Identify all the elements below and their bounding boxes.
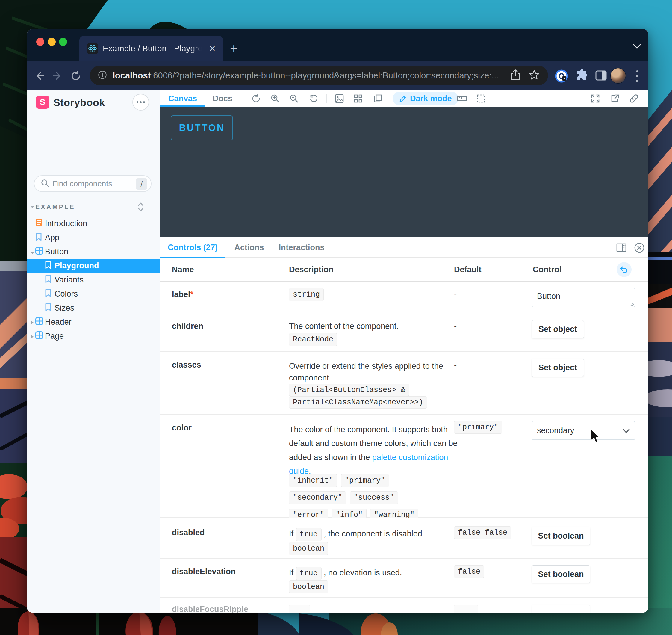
collapse-expand-all-icon[interactable] bbox=[137, 202, 144, 214]
storybook-brand[interactable]: Storybook bbox=[53, 97, 105, 108]
label-text-input[interactable]: Button bbox=[532, 288, 635, 307]
remount-refresh-icon[interactable] bbox=[249, 92, 263, 105]
collapsed-caret-icon[interactable] bbox=[29, 332, 35, 341]
copy-link-icon[interactable] bbox=[627, 92, 641, 105]
tab-canvas[interactable]: Canvas bbox=[160, 90, 205, 107]
address-bar[interactable]: localhost:6006/?path=/story/example-butt… bbox=[90, 66, 548, 85]
outline-icon[interactable] bbox=[474, 92, 488, 105]
open-new-tab-icon[interactable] bbox=[608, 92, 621, 105]
color-select[interactable]: secondary bbox=[532, 421, 635, 440]
traffic-lights bbox=[36, 38, 67, 46]
default-badge: "primary" bbox=[454, 421, 502, 434]
sidebar-item-sizes[interactable]: Sizes bbox=[27, 301, 160, 315]
tab-close-icon[interactable]: ✕ bbox=[209, 44, 216, 53]
tab-interactions[interactable]: Interactions bbox=[276, 237, 327, 258]
profile-avatar[interactable] bbox=[610, 68, 626, 84]
expanded-caret-icon[interactable] bbox=[29, 247, 35, 256]
default-badge: false false bbox=[454, 526, 511, 539]
react-favicon-icon bbox=[87, 43, 98, 54]
storybook-sidebar: S Storybook / EXAMPLE bbox=[27, 90, 160, 613]
column-control: Control bbox=[533, 265, 561, 275]
minimize-window-button[interactable] bbox=[48, 38, 56, 46]
tab-docs[interactable]: Docs bbox=[208, 90, 237, 107]
arg-description: The content of the component. bbox=[289, 322, 399, 331]
side-panel-icon[interactable] bbox=[595, 69, 607, 83]
close-window-button[interactable] bbox=[36, 38, 44, 46]
arg-name: classes bbox=[172, 360, 201, 370]
bookmark-star-icon[interactable] bbox=[529, 69, 540, 82]
component-icon bbox=[35, 317, 43, 327]
fullscreen-icon[interactable] bbox=[589, 92, 602, 105]
controls-table: label* string - Button children The cont… bbox=[160, 282, 648, 613]
arg-description: Override or extend the styles applied to… bbox=[289, 360, 460, 384]
resize-handle-icon[interactable] bbox=[630, 302, 634, 307]
reset-zoom-icon[interactable] bbox=[307, 92, 320, 105]
storybook-main: Canvas Docs bbox=[160, 90, 648, 613]
share-icon[interactable] bbox=[510, 69, 520, 82]
reset-controls-button[interactable] bbox=[617, 262, 632, 277]
sidebar-section-example[interactable]: EXAMPLE bbox=[27, 202, 160, 214]
preview-button[interactable]: BUTTON bbox=[171, 115, 233, 140]
browser-menu-icon[interactable] bbox=[636, 70, 639, 82]
reload-button[interactable] bbox=[70, 70, 82, 83]
sidebar-item-app[interactable]: App bbox=[27, 231, 160, 245]
extensions-puzzle-icon[interactable] bbox=[576, 69, 588, 83]
sidebar-item-header[interactable]: Header bbox=[27, 315, 160, 329]
tab-search-chevron-icon[interactable] bbox=[632, 43, 642, 51]
search-icon bbox=[40, 178, 49, 189]
search-box[interactable]: / bbox=[34, 175, 152, 192]
inline-true-badge: true bbox=[296, 528, 322, 541]
enum-badges: "inherit" "primary" "secondary" "success… bbox=[289, 474, 436, 522]
default-value: - bbox=[454, 322, 457, 331]
addon-panel-tabs: Controls (27) Actions Interactions bbox=[160, 237, 648, 258]
sidebar-item-introduction[interactable]: Introduction bbox=[27, 217, 160, 231]
password-manager-extension-icon[interactable] bbox=[555, 69, 568, 84]
arg-description: If true , no elevation is used. bbox=[289, 567, 402, 580]
grid-icon[interactable] bbox=[352, 92, 365, 105]
arg-name: disableFocusRipple bbox=[172, 605, 248, 613]
tab-controls[interactable]: Controls (27) bbox=[160, 237, 225, 258]
column-default: Default bbox=[454, 265, 481, 275]
column-description: Description bbox=[289, 265, 334, 275]
arg-name: disableElevation bbox=[172, 567, 236, 576]
table-row-disableElevation: disableElevation If true , no elevation … bbox=[160, 559, 648, 597]
zoom-window-button[interactable] bbox=[59, 38, 67, 46]
tab-actions[interactable]: Actions bbox=[231, 237, 267, 258]
tab-title: Example / Button - Playground bbox=[103, 44, 202, 53]
collapsed-caret-icon[interactable] bbox=[29, 318, 35, 327]
sidebar-item-button[interactable]: Button bbox=[27, 245, 160, 259]
browser-tab[interactable]: Example / Button - Playground ✕ bbox=[80, 36, 223, 61]
component-icon bbox=[35, 331, 43, 341]
sidebar-item-variants[interactable]: Variants bbox=[27, 273, 160, 287]
pencil-icon bbox=[399, 95, 407, 103]
background-image-icon[interactable] bbox=[333, 92, 346, 105]
search-input[interactable] bbox=[52, 179, 127, 189]
set-boolean-button[interactable]: Set boolean bbox=[532, 565, 590, 583]
site-info-icon[interactable] bbox=[98, 70, 107, 81]
back-button[interactable] bbox=[34, 70, 45, 82]
measure-ruler-icon[interactable] bbox=[455, 92, 469, 105]
set-object-button[interactable]: Set object bbox=[532, 320, 584, 338]
sidebar-item-playground[interactable]: Playground bbox=[27, 259, 160, 273]
viewport-stack-icon[interactable] bbox=[371, 92, 384, 105]
type-badge: (Partial<ButtonClasses> & Partial<ClassN… bbox=[289, 384, 427, 409]
table-row-classes: classes Override or extend the styles ap… bbox=[160, 352, 648, 415]
zoom-out-icon[interactable] bbox=[288, 92, 301, 105]
storybook-logo: S bbox=[36, 95, 49, 109]
forward-button[interactable] bbox=[52, 70, 63, 82]
set-boolean-button[interactable]: Set boolean bbox=[532, 527, 590, 545]
zoom-in-icon[interactable] bbox=[269, 92, 282, 105]
set-object-button[interactable]: Set object bbox=[532, 358, 584, 377]
sidebar-menu-button[interactable] bbox=[132, 94, 149, 111]
dark-mode-button[interactable]: Dark mode bbox=[393, 92, 458, 105]
close-panel-icon[interactable] bbox=[633, 241, 646, 254]
sidebar-item-colors[interactable]: Colors bbox=[27, 287, 160, 301]
sidebar-item-page[interactable]: Page bbox=[27, 329, 160, 343]
panel-position-icon[interactable] bbox=[615, 241, 628, 254]
new-tab-button[interactable]: + bbox=[230, 43, 238, 54]
url-path: :6006/?path=/story/example-button--playg… bbox=[151, 71, 499, 80]
column-name: Name bbox=[172, 265, 194, 275]
inline-true-badge: true bbox=[296, 567, 322, 580]
mouse-cursor bbox=[590, 429, 602, 445]
section-collapse-caret-icon[interactable] bbox=[30, 204, 35, 210]
